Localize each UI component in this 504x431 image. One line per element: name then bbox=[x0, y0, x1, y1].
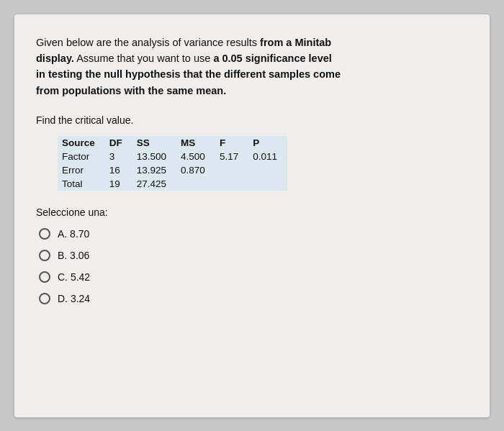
cell-factor-p: 0.011 bbox=[248, 150, 287, 163]
cell-total-ms bbox=[176, 177, 215, 191]
cell-total-ss: 27.425 bbox=[132, 177, 176, 191]
cell-error: Error bbox=[58, 163, 105, 177]
radio-b[interactable] bbox=[39, 250, 50, 261]
option-b-label: B. 3.06 bbox=[58, 250, 89, 261]
col-source: Source bbox=[58, 136, 105, 150]
option-d[interactable]: D. 3.24 bbox=[39, 293, 468, 304]
cell-factor-f: 5.17 bbox=[215, 150, 248, 163]
option-a-label: A. 8.70 bbox=[58, 228, 89, 240]
cell-factor-ms: 4.500 bbox=[176, 150, 215, 163]
cell-total-f bbox=[215, 177, 248, 191]
option-d-label: D. 3.24 bbox=[58, 293, 90, 304]
cell-error-ms: 0.870 bbox=[176, 163, 215, 177]
cell-total-p bbox=[248, 177, 287, 191]
col-p: P bbox=[248, 136, 287, 150]
radio-c[interactable] bbox=[39, 271, 50, 283]
option-c[interactable]: C. 5.42 bbox=[39, 271, 468, 283]
option-b[interactable]: B. 3.06 bbox=[39, 250, 468, 261]
main-card: Given below are the analysis of variance… bbox=[14, 14, 490, 417]
cell-factor-ss: 13.500 bbox=[132, 150, 176, 163]
col-ss: SS bbox=[132, 136, 176, 150]
find-label: Find the critical value. bbox=[36, 114, 468, 126]
cell-error-df: 16 bbox=[105, 163, 132, 177]
anova-table: Source DF SS MS F P Factor 3 13.500 4.50… bbox=[58, 136, 287, 191]
option-c-label: C. 5.42 bbox=[58, 271, 90, 283]
options-list: A. 8.70 B. 3.06 C. 5.42 D. 3.24 bbox=[39, 228, 468, 304]
question-text: Given below are the analysis of variance… bbox=[36, 35, 468, 99]
table-row: Error 16 13.925 0.870 bbox=[58, 163, 287, 177]
cell-factor-df: 3 bbox=[105, 150, 132, 163]
table-header-row: Source DF SS MS F P bbox=[58, 136, 287, 150]
cell-total: Total bbox=[58, 177, 105, 191]
radio-a[interactable] bbox=[39, 228, 50, 240]
col-df: DF bbox=[105, 136, 132, 150]
cell-error-ss: 13.925 bbox=[132, 163, 176, 177]
cell-error-p bbox=[248, 163, 287, 177]
cell-factor: Factor bbox=[58, 150, 105, 163]
option-a[interactable]: A. 8.70 bbox=[39, 228, 468, 240]
table-row: Factor 3 13.500 4.500 5.17 0.011 bbox=[58, 150, 287, 163]
col-ms: MS bbox=[176, 136, 215, 150]
col-f: F bbox=[215, 136, 248, 150]
cell-error-f bbox=[215, 163, 248, 177]
seleccione-label: Seleccione una: bbox=[36, 207, 468, 218]
table-row: Total 19 27.425 bbox=[58, 177, 287, 191]
radio-d[interactable] bbox=[39, 293, 50, 304]
cell-total-df: 19 bbox=[105, 177, 132, 191]
